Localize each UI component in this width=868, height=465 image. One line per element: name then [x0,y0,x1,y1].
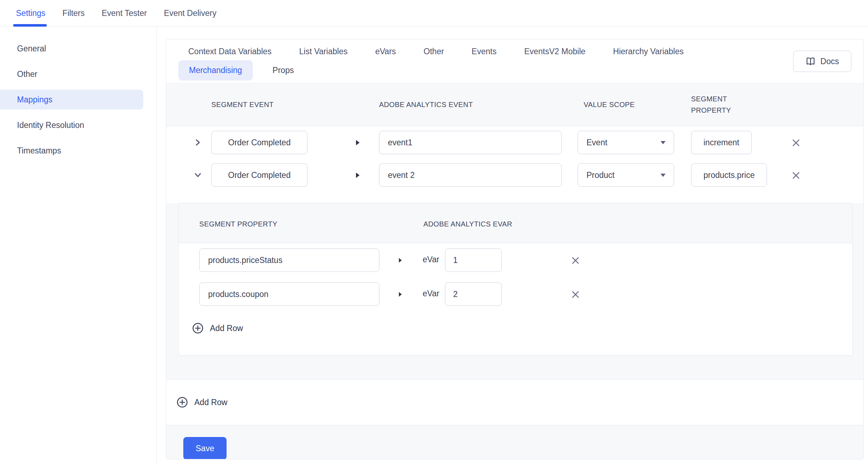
column-header-adobe-analytics-evar: ADOBE ANALYTICS EVAR [423,218,512,230]
mapping-table-header: SEGMENT EVENT ADOBE ANALYTICS EVENT VALU… [166,83,863,126]
column-header-segment-event: SEGMENT EVENT [211,99,274,110]
sidebar-item-mappings[interactable]: Mappings [0,90,143,110]
save-button[interactable]: Save [183,437,227,459]
segment-property-input[interactable] [199,282,379,306]
evar-row-2: eVar [179,277,852,311]
value-scope-selected: Product [586,170,614,180]
mapping-row-1: Order Completed Event increment [166,126,863,159]
triangle-down-icon [660,141,666,145]
chevron-down-icon [194,172,202,178]
docs-button[interactable]: Docs [793,51,851,72]
tab-merchandising[interactable]: Merchandising [178,60,253,80]
plus-circle-icon [192,323,204,334]
evar-number-input[interactable] [445,282,502,306]
delete-row-button[interactable] [791,170,801,180]
x-icon [571,290,580,299]
top-nav: Settings Filters Event Tester Event Deli… [0,0,868,27]
triangle-right-icon [399,292,402,297]
evar-table-header: SEGMENT PROPERTY ADOBE ANALYTICS EVAR [179,203,852,243]
triangle-right-icon [399,258,402,263]
sidebar-item-identity-resolution[interactable]: Identity Resolution [0,115,143,135]
column-header-segment-property: SEGMENT PROPERTY [199,218,277,230]
delete-row-button[interactable] [791,138,801,148]
column-header-value-scope: VALUE SCOPE [584,99,635,110]
add-evar-row-button[interactable]: Add Row [192,323,243,334]
add-mapping-row-button[interactable]: Add Row [177,397,227,408]
triangle-right-icon [356,140,360,146]
evar-label: eVar [423,255,439,264]
segment-property-button[interactable]: products.price [691,163,767,187]
page-root: Settings Filters Event Tester Event Deli… [0,0,868,465]
segment-event-button[interactable]: Order Completed [211,131,307,154]
tab-other-variables[interactable]: Other [424,46,444,56]
variable-tabs-row2: Merchandising Props [178,60,294,80]
triangle-right-icon [356,172,360,178]
tab-eventsv2-mobile[interactable]: EventsV2 Mobile [524,46,585,56]
evar-row-1: eVar [179,243,852,277]
docs-button-label: Docs [820,57,839,66]
tab-context-data-variables[interactable]: Context Data Variables [188,46,272,56]
segment-event-button[interactable]: Order Completed [211,163,307,187]
adobe-analytics-event-input[interactable] [379,163,562,187]
evar-number-input[interactable] [445,248,502,272]
value-scope-selected: Event [586,138,607,147]
collapse-row-button[interactable] [193,170,202,180]
evar-label: eVar [423,289,439,298]
add-row-band: Add Row [166,380,863,425]
column-header-segment-property: SEGMENT PROPERTY [691,93,744,116]
value-scope-select[interactable]: Product [578,163,674,187]
tab-event-delivery[interactable]: Event Delivery [164,0,216,27]
x-icon [792,139,800,147]
evar-sub-table: SEGMENT PROPERTY ADOBE ANALYTICS EVAR eV… [178,203,853,355]
add-row-label: Add Row [194,398,227,407]
tab-hierarchy-variables[interactable]: Hierarchy Variables [613,46,684,56]
segment-property-button[interactable]: increment [691,131,752,154]
sidebar-item-other[interactable]: Other [0,64,143,84]
x-icon [792,171,800,180]
segment-property-input[interactable] [199,248,379,272]
mapping-row-2: Order Completed Product products.price [166,159,863,191]
sidebar-item-timestamps[interactable]: Timestamps [0,141,143,161]
tab-filters[interactable]: Filters [62,0,85,27]
value-scope-select[interactable]: Event [578,131,674,154]
expand-row-button[interactable] [193,138,202,147]
tab-evars[interactable]: eVars [375,46,396,56]
delete-evar-row-button[interactable] [571,290,580,299]
card-footer: Save [166,425,863,459]
tab-events[interactable]: Events [472,46,496,56]
variable-tabs: Context Data Variables List Variables eV… [166,39,863,83]
triangle-down-icon [660,173,666,177]
column-header-adobe-analytics-event: ADOBE ANALYTICS EVENT [379,99,473,110]
adobe-analytics-event-input[interactable] [379,131,562,154]
variable-tabs-row1: Context Data Variables List Variables eV… [188,46,684,56]
book-icon [806,57,816,66]
settings-sidebar: General Other Mappings Identity Resoluti… [0,27,157,465]
tab-event-tester[interactable]: Event Tester [102,0,147,27]
sidebar-item-general[interactable]: General [0,39,143,58]
add-row-label: Add Row [210,324,243,333]
plus-circle-icon [177,397,188,408]
tab-props[interactable]: Props [273,66,294,75]
tab-list-variables[interactable]: List Variables [299,46,347,56]
chevron-right-icon [195,139,201,146]
x-icon [571,256,580,265]
delete-evar-row-button[interactable] [571,256,580,265]
mappings-card: Context Data Variables List Variables eV… [166,39,864,459]
expanded-row-zone: SEGMENT PROPERTY ADOBE ANALYTICS EVAR eV… [166,203,863,380]
tab-settings[interactable]: Settings [16,0,45,27]
